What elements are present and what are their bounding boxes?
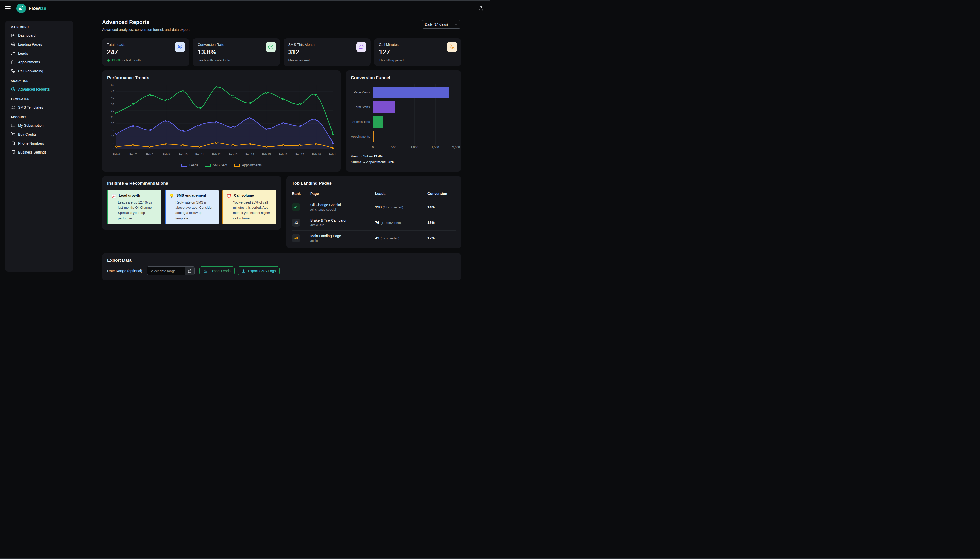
funnel-bar [373, 116, 383, 127]
date-range-select[interactable]: Daily (14 days) [421, 20, 461, 28]
globe-icon [11, 42, 15, 46]
page-path: /brake-tire [310, 223, 375, 227]
building-icon [11, 150, 15, 154]
insights-title: Insights & Recommendations [107, 181, 276, 186]
column-header-leads: Leads [375, 192, 428, 195]
sidebar-item-appointments[interactable]: Appointments [9, 58, 70, 66]
performance-trends-title: Performance Trends [107, 75, 336, 80]
svg-text:Feb 7: Feb 7 [129, 153, 136, 156]
svg-text:40: 40 [111, 96, 114, 99]
stat-label: SMS This Month [289, 43, 366, 47]
stat-label: Total Leads [107, 43, 184, 47]
export-leads-button[interactable]: Export Leads [199, 266, 235, 275]
performance-trends-card: Performance Trends 05101520253035404550F… [102, 70, 341, 172]
stat-subtext: This billing period [379, 59, 404, 62]
export-data-card: Export Data Date Range (optional) Export… [102, 253, 461, 280]
arrow-up-icon [107, 59, 110, 62]
legend-item-sms-sent[interactable]: SMS Sent [205, 164, 227, 167]
sidebar-item-landing-pages[interactable]: Landing Pages [9, 40, 70, 49]
calendar-picker-button[interactable] [185, 266, 195, 275]
column-header-rank: Rank [292, 192, 310, 195]
svg-text:45: 45 [111, 90, 114, 93]
sidebar-item-dashboard[interactable]: Dashboard [9, 31, 70, 40]
main-content: Advanced Reports Advanced analytics, con… [102, 16, 461, 280]
calendar-icon [188, 269, 192, 273]
svg-text:10: 10 [111, 135, 114, 138]
sidebar-section-label: ACCOUNT [11, 116, 68, 119]
export-sms-logs-button[interactable]: Export SMS Logs [237, 266, 280, 275]
page-subtitle: Advanced analytics, conversion funnel, a… [102, 28, 190, 31]
stat-subtext: Leads with contact info [197, 59, 230, 62]
sidebar-item-leads[interactable]: Leads [9, 49, 70, 58]
sidebar-item-sms-templates[interactable]: SMS Templates [9, 103, 70, 112]
table-row: #3Main Landing Page/main43 (5 converted)… [292, 230, 456, 246]
stat-icon-badge [447, 42, 457, 52]
funnel-x-axis: 05001,0001,5002,000 [373, 146, 456, 150]
stat-icon-badge [266, 42, 276, 52]
insight-emoji-icon: 📈 [112, 193, 117, 198]
svg-text:Feb 9: Feb 9 [163, 153, 170, 156]
sidebar-section-label: TEMPLATES [11, 98, 68, 101]
page-conversion: 14% [428, 205, 456, 209]
svg-text:Feb 14: Feb 14 [245, 153, 254, 156]
top-landing-pages-title: Top Landing Pages [292, 181, 456, 186]
insight-card-lead-growth: 📈Lead growthLeads are up 12.4% vs last m… [107, 190, 161, 225]
legend-swatch [181, 164, 187, 167]
stat-label: Conversion Rate [197, 43, 275, 47]
funnel-stat: Submit → Appointment13.8% [351, 160, 456, 164]
svg-text:35: 35 [111, 103, 114, 106]
stat-value: 247 [107, 48, 184, 56]
user-account-icon[interactable] [478, 6, 483, 11]
sidebar-item-phone-numbers[interactable]: Phone Numbers [9, 139, 70, 148]
sidebar-item-call-forwarding[interactable]: Call Forwarding [9, 66, 70, 76]
svg-text:Feb 12: Feb 12 [212, 153, 221, 156]
chat-icon [11, 105, 15, 109]
export-data-title: Export Data [107, 258, 456, 263]
insight-emoji-icon: ⏰ [227, 193, 232, 198]
svg-text:Feb 15: Feb 15 [262, 153, 271, 156]
date-range-input[interactable] [147, 266, 185, 275]
rank-badge: #3 [292, 234, 300, 242]
insights-card: Insights & Recommendations 📈Lead growthL… [102, 176, 281, 230]
table-row: #2Brake & Tire Campaign/brake-tire76 (11… [292, 215, 456, 230]
legend-item-appointments[interactable]: Appointments [234, 164, 261, 167]
funnel-bar [373, 87, 449, 98]
brand-blob-icon [17, 3, 26, 13]
legend-swatch [234, 164, 240, 167]
sidebar-item-buy-credits[interactable]: Buy Credits [9, 130, 70, 139]
page-path: /main [310, 239, 375, 243]
svg-text:Feb 11: Feb 11 [196, 153, 204, 156]
conversion-funnel-title: Conversion Funnel [351, 75, 456, 80]
sidebar-item-business-settings[interactable]: Business Settings [9, 148, 70, 157]
conversion-funnel-chart: Page ViewsForm StartsSubmissionsAppointm… [351, 85, 456, 144]
stat-card-total-leads: Total Leads24712.4%vs last month [102, 38, 189, 66]
sidebar-item-my-subscription[interactable]: My Subscription [9, 121, 70, 130]
pie-icon [11, 87, 15, 91]
funnel-stats: View → Submit13.4%Submit → Appointment13… [351, 154, 456, 164]
download-icon [242, 269, 245, 273]
svg-text:Feb 13: Feb 13 [229, 153, 237, 156]
sidebar-item-advanced-reports[interactable]: Advanced Reports [9, 85, 70, 94]
page-leads: 76 (11 converted) [375, 220, 428, 225]
stat-icon-badge [175, 42, 185, 52]
stat-subtext: Messages sent [289, 59, 310, 62]
funnel-row-page-views: Page Views [351, 85, 456, 100]
svg-text:30: 30 [111, 109, 114, 112]
svg-text:20: 20 [111, 122, 114, 125]
legend-swatch [205, 164, 211, 167]
svg-text:15: 15 [111, 128, 114, 131]
stat-card-sms-this-month: SMS This Month312Messages sent [284, 38, 371, 66]
page-leads: 43 (5 converted) [375, 236, 428, 240]
funnel-row-appointments: Appointments [351, 129, 456, 144]
legend-item-leads[interactable]: Leads [181, 164, 198, 167]
stat-value: 13.8% [197, 48, 275, 56]
svg-text:0: 0 [113, 148, 114, 151]
page-conversion: 15% [428, 221, 456, 225]
page-title: Advanced Reports [102, 19, 190, 25]
svg-text:Feb 18: Feb 18 [312, 153, 321, 156]
top-landing-pages-table: RankPageLeadsConversion #1Oil Change Spe… [292, 190, 456, 246]
insight-list: 📈Lead growthLeads are up 12.4% vs last m… [107, 190, 276, 225]
menu-toggle-button[interactable] [5, 7, 11, 10]
users-icon [11, 51, 15, 55]
table-row: #1Oil Change Special/oil-change-special1… [292, 199, 456, 215]
